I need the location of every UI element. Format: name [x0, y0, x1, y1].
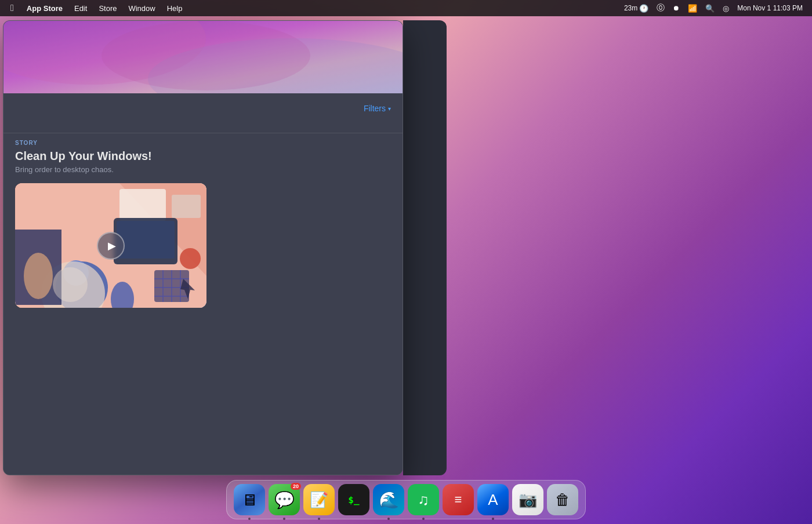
dock-item-photos[interactable]: 📷 [512, 484, 543, 515]
window-menu[interactable]: Window [124, 3, 160, 14]
story-tag: STORY [15, 140, 391, 146]
dock-dot-appstore [492, 518, 494, 520]
hero-area [3, 21, 403, 93]
dock-item-terminal[interactable]: $_ [338, 484, 369, 515]
wifi-symbol: 📶 [688, 4, 697, 13]
story-subtitle: Bring order to desktop chaos. [15, 165, 391, 174]
datetime-display: Mon Nov 1 11:03 PM [735, 3, 805, 13]
store-menu[interactable]: Store [94, 3, 121, 14]
notes-icon: 📝 [310, 491, 328, 509]
dock-item-finder[interactable]: 🖥 [234, 484, 265, 515]
dock-dot-messages [283, 518, 285, 520]
record-symbol: ⏺ [673, 4, 680, 12]
second-window-panel [403, 20, 447, 475]
svg-point-23 [53, 267, 88, 302]
dock: 🖥 💬 20 📝 $_ 🌊 ♫ ≡ A 📷 🗑 [226, 480, 586, 519]
dock-item-edge[interactable]: 🌊 [373, 484, 404, 515]
svg-point-22 [180, 248, 201, 269]
edit-menu[interactable]: Edit [70, 3, 92, 14]
search-icon[interactable]: 🔍 [703, 3, 717, 14]
datetime-text: Mon Nov 1 11:03 PM [737, 4, 803, 12]
accessibility-symbol: ⓪ [657, 3, 665, 13]
trash-icon: 🗑 [555, 491, 570, 509]
siri-symbol: ◎ [723, 4, 729, 13]
play-button[interactable]: ▶ [97, 232, 125, 260]
siri-icon[interactable]: ◎ [720, 3, 731, 14]
appstore-main-content: Filters ▾ STORY Clean Up Your Windows! B… [3, 93, 403, 475]
apple-icon:  [10, 3, 14, 13]
menubar-right: 23m 🕐 ⓪ ⏺ 📶 🔍 ◎ Mon Nov 1 11:03 PM [622, 2, 812, 14]
filters-button[interactable]: Filters ▾ [364, 104, 391, 113]
messages-icon: 💬 [274, 490, 295, 510]
story-section: STORY Clean Up Your Windows! Bring order… [3, 140, 403, 308]
dock-dot-spotify [422, 518, 425, 520]
messages-badge: 20 [291, 483, 301, 490]
filters-label: Filters [364, 104, 386, 113]
appstore-icon: A [488, 491, 498, 509]
tasks-icon: ≡ [455, 492, 462, 507]
dock-dot-edge [387, 518, 390, 520]
dock-item-trash[interactable]: 🗑 [547, 484, 578, 515]
svg-point-3 [102, 21, 310, 90]
content-divider [3, 133, 403, 133]
dock-item-notes[interactable]: 📝 [303, 484, 335, 515]
photos-icon: 📷 [519, 491, 537, 509]
menubar-left:  App Store Edit Store Window Help [0, 2, 187, 14]
terminal-icon: $_ [348, 494, 359, 505]
menubar:  App Store Edit Store Window Help 23m 🕐… [0, 0, 812, 16]
dock-item-spotify[interactable]: ♫ [408, 484, 439, 515]
dock-item-appstore[interactable]: A [477, 484, 509, 515]
clock-icon: 🕐 [639, 4, 648, 13]
chevron-down-icon: ▾ [388, 105, 391, 112]
story-thumbnail[interactable]: ▶ [15, 183, 206, 308]
screen-record-icon[interactable]: ⏺ [670, 3, 682, 13]
time-remaining: 23m 🕐 [622, 3, 651, 14]
app-name-menu[interactable]: App Store [22, 3, 67, 14]
spotify-icon: ♫ [418, 491, 429, 509]
apple-menu[interactable]:  [5, 2, 20, 14]
hero-background-svg [3, 21, 403, 93]
play-icon: ▶ [108, 239, 116, 252]
svg-rect-7 [172, 195, 201, 218]
svg-rect-6 [119, 189, 166, 221]
svg-rect-14 [117, 221, 175, 259]
appstore-window: Filters ▾ STORY Clean Up Your Windows! B… [3, 20, 403, 475]
wifi-icon[interactable]: 📶 [686, 3, 699, 14]
edge-icon: 🌊 [379, 490, 399, 510]
story-title: Clean Up Your Windows! [15, 150, 391, 163]
help-menu[interactable]: Help [162, 3, 187, 14]
finder-icon: 🖥 [241, 490, 258, 510]
time-label: 23m [624, 4, 637, 12]
dock-dot-finder [248, 518, 251, 520]
search-symbol: 🔍 [705, 4, 715, 13]
dock-dot-notes [318, 518, 320, 520]
dock-item-messages[interactable]: 💬 20 [269, 484, 300, 515]
dock-item-tasks[interactable]: ≡ [443, 484, 474, 515]
accessibility-icon[interactable]: ⓪ [654, 2, 667, 14]
svg-point-12 [24, 253, 53, 299]
